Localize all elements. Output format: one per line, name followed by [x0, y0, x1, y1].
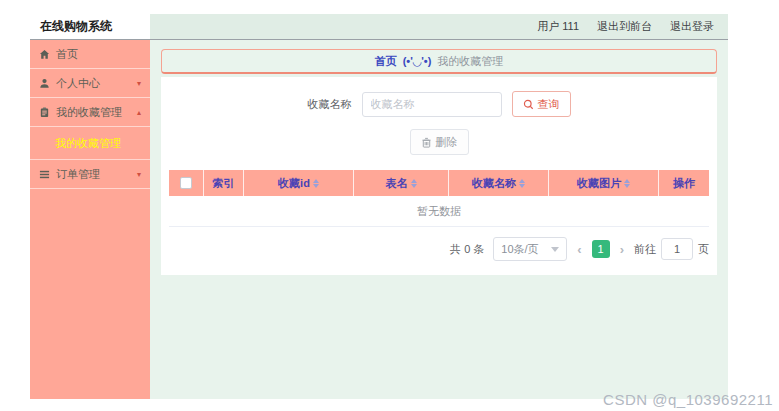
goto-prefix-label: 前往 [634, 242, 656, 257]
top-bar-right: 用户 111 退出到前台 退出登录 [150, 14, 728, 39]
menu-list-icon [39, 169, 50, 180]
chevron-down-icon: ▾ [137, 79, 141, 88]
table-header-table-name[interactable]: 表名 [354, 170, 449, 196]
sidebar: 首页 个人中心 ▾ 我的收藏管理 ▴ 我的收藏管理 [30, 40, 150, 399]
next-page-button[interactable]: › [619, 242, 625, 257]
exit-to-front-link[interactable]: 退出到前台 [597, 19, 652, 34]
csdn-watermark: CSDN @q_1039692211 [603, 391, 773, 408]
breadcrumb-home-link[interactable]: 首页 [375, 54, 397, 69]
select-all-checkbox[interactable] [180, 177, 192, 189]
main-layout: 首页 个人中心 ▾ 我的收藏管理 ▴ 我的收藏管理 [30, 40, 728, 399]
app-title: 在线购物系统 [30, 14, 150, 39]
prev-page-button[interactable]: ‹ [576, 242, 582, 257]
page-size-select[interactable]: 10条/页 [493, 237, 567, 261]
current-page-button[interactable]: 1 [592, 240, 610, 258]
goto-page: 前往 页 [634, 238, 709, 260]
sidebar-item-label: 我的收藏管理 [56, 105, 122, 120]
sidebar-item-label: 个人中心 [56, 76, 100, 91]
table-header-favorite-id[interactable]: 收藏id [244, 170, 354, 196]
table-header-favorite-name[interactable]: 收藏名称 [449, 170, 549, 196]
pagination: 共 0 条 10条/页 ‹ 1 › 前往 页 [169, 237, 709, 267]
sort-caret-icon[interactable] [519, 179, 525, 188]
chevron-down-icon [551, 247, 559, 252]
search-icon [523, 99, 534, 110]
page-size-value: 10条/页 [501, 242, 538, 257]
query-button-label: 查询 [538, 97, 560, 112]
column-label: 操作 [673, 176, 695, 191]
chevron-down-icon: ▾ [137, 170, 141, 179]
breadcrumb-current: 我的收藏管理 [437, 54, 503, 69]
logout-link[interactable]: 退出登录 [670, 19, 714, 34]
delete-button-label: 删除 [436, 135, 458, 150]
pagination-total: 共 0 条 [450, 242, 484, 257]
chevron-up-icon: ▴ [137, 108, 141, 117]
user-label[interactable]: 用户 111 [537, 19, 579, 34]
goto-suffix-label: 页 [698, 242, 709, 257]
delete-button[interactable]: 删除 [410, 129, 469, 155]
breadcrumb: 首页 (•'◡'•) 我的收藏管理 [161, 49, 717, 74]
user-icon [39, 78, 50, 89]
sort-caret-icon[interactable] [411, 179, 417, 188]
table-header-index: 索引 [204, 170, 244, 196]
breadcrumb-separator: (•'◡'•) [403, 55, 432, 68]
app-window: 在线购物系统 用户 111 退出到前台 退出登录 首页 [30, 14, 728, 400]
sidebar-item-label: 首页 [56, 47, 78, 62]
search-input[interactable] [362, 92, 502, 117]
favorites-table: 索引 收藏id 表名 收藏名称 [169, 170, 709, 227]
clipboard-icon [39, 107, 50, 118]
column-label: 索引 [213, 176, 235, 191]
table-header-favorite-picture[interactable]: 收藏图片 [549, 170, 659, 196]
sort-caret-icon[interactable] [624, 179, 630, 188]
toolbar: 删除 [169, 129, 709, 155]
search-form: 收藏名称 查询 [169, 91, 709, 117]
table-empty-state: 暂无数据 [169, 196, 709, 227]
query-button[interactable]: 查询 [512, 91, 571, 117]
table-header-row: 索引 收藏id 表名 收藏名称 [169, 170, 709, 196]
content-area: 首页 (•'◡'•) 我的收藏管理 收藏名称 查询 [150, 40, 728, 399]
content-panel: 收藏名称 查询 [161, 77, 717, 275]
column-label: 收藏名称 [472, 176, 516, 191]
sort-caret-icon[interactable] [313, 179, 319, 188]
goto-page-input[interactable] [661, 238, 693, 260]
top-bar: 在线购物系统 用户 111 退出到前台 退出登录 [30, 14, 728, 40]
sidebar-item-personal-center[interactable]: 个人中心 ▾ [30, 69, 150, 98]
trash-icon [421, 137, 432, 148]
column-label: 表名 [386, 176, 408, 191]
sidebar-subitem-favorites-active[interactable]: 我的收藏管理 [30, 127, 150, 160]
table-header-select-all [169, 170, 204, 196]
table-header-operation: 操作 [659, 170, 709, 196]
search-field-label: 收藏名称 [308, 97, 352, 112]
sidebar-item-home[interactable]: 首页 [30, 40, 150, 69]
column-label: 收藏id [278, 176, 310, 191]
home-icon [39, 49, 50, 60]
sidebar-item-order-management[interactable]: 订单管理 ▾ [30, 160, 150, 189]
column-label: 收藏图片 [577, 176, 621, 191]
sidebar-item-favorites-management[interactable]: 我的收藏管理 ▴ [30, 98, 150, 127]
screen: 在线购物系统 用户 111 退出到前台 退出登录 首页 [0, 0, 779, 411]
sidebar-item-label: 订单管理 [56, 167, 100, 182]
